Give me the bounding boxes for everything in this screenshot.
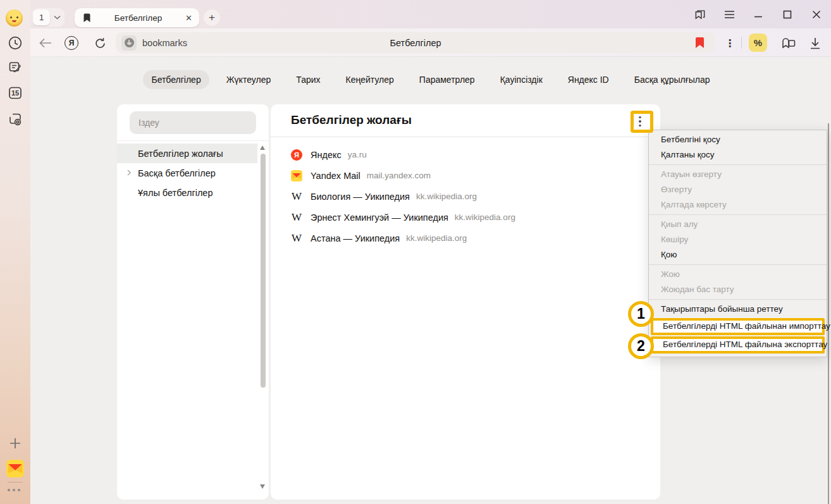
sidebar-scrollbar[interactable] — [260, 144, 266, 491]
annotation-step-2: 2 — [628, 333, 654, 359]
close-window-icon[interactable] — [811, 9, 822, 20]
menu-item-rename: Атауын өзгерту — [649, 167, 827, 182]
bookmark-row[interactable]: W Эрнест Хемингуэй — Уикипедия kk.wikipe… — [271, 207, 660, 228]
user-avatar[interactable] — [6, 9, 23, 27]
address-bar[interactable]: bookmarks Бетбелгілер — [116, 32, 715, 53]
context-menu: Бетбелгіні қосу Қалтаны қосу Атауын өзге… — [648, 130, 827, 357]
nav-tab-settings[interactable]: Параметрлер — [411, 70, 483, 89]
browser-toolbar: Я bookmarks Бетбелгілер ⋮ % — [30, 28, 831, 57]
bookmark-row[interactable]: W Биология — Уикипедия kk.wikipedia.org — [271, 186, 660, 207]
scroll-down-icon[interactable] — [260, 484, 265, 489]
chevron-down-icon[interactable] — [54, 15, 61, 20]
bookmarks-panel-icon[interactable] — [694, 9, 706, 20]
yandex-home-icon[interactable]: Я — [63, 35, 80, 51]
tab-title: Бетбелгілер — [91, 13, 185, 23]
toolbar-more-icon[interactable]: ⋮ — [722, 35, 738, 51]
page-scrollbar[interactable] — [828, 123, 829, 504]
panel-header: Бетбелгілер жолағы — [271, 104, 660, 137]
rail-add-icon[interactable] — [7, 435, 23, 452]
annotation-step-1: 1 — [628, 301, 654, 327]
menu-item-show-in-folder: Қалтада көрсету — [649, 197, 827, 212]
rail-divider — [8, 482, 23, 482]
ads-percent-icon[interactable]: % — [749, 34, 767, 52]
bookmark-saved-icon[interactable] — [696, 37, 704, 48]
search-input[interactable] — [130, 111, 256, 134]
menu-item-cut: Қиып алу — [649, 217, 827, 232]
folder-label: Ұялы бетбелгілер — [138, 188, 212, 198]
bookmark-title: Яндекс — [311, 150, 342, 160]
menu-item-delete: Жою — [649, 267, 827, 282]
tab-strip: 1 Бетбелгілер ✕ + — [30, 0, 831, 28]
bookmark-url: kk.wikipedia.org — [406, 233, 467, 243]
collections-icon[interactable] — [780, 35, 797, 51]
menu-item-add-bookmark[interactable]: Бетбелгіні қосу — [649, 132, 827, 147]
scroll-up-icon[interactable] — [260, 145, 265, 150]
bookmark-title: Yandex Mail — [311, 171, 360, 181]
toolbar-divider — [741, 37, 742, 49]
panel-title: Бетбелгілер жолағы — [291, 113, 412, 127]
menu-item-paste[interactable]: Қою — [649, 247, 827, 262]
nav-tab-other-devices[interactable]: Басқа құрылғылар — [626, 70, 718, 89]
new-tab-button[interactable]: + — [204, 9, 220, 26]
bookmarks-panel: Бетбелгілер жолағы Я Яндекс ya.ru Yandex… — [271, 104, 660, 500]
folder-item-bookmarks-bar[interactable]: Бетбелгілер жолағы — [117, 144, 257, 163]
wikipedia-favicon: W — [291, 233, 302, 244]
nav-tab-downloads[interactable]: Жүктеулер — [218, 70, 280, 89]
mail-favicon — [291, 170, 302, 181]
back-icon[interactable] — [37, 35, 54, 51]
bookmark-url: kk.wikipedia.org — [455, 212, 515, 222]
menu-item-edit: Өзгерту — [649, 182, 827, 197]
site-badge-icon[interactable] — [121, 35, 137, 51]
history-icon[interactable] — [7, 35, 23, 51]
nav-tab-bookmarks[interactable]: Бетбелгілер — [143, 70, 209, 89]
bookmark-title: Астана — Уикипедия — [311, 233, 400, 243]
bookmark-url: kk.wikipedia.org — [416, 192, 477, 201]
yandex-favicon: Я — [291, 149, 302, 161]
menu-item-export-html[interactable]: Бетбелгілерді HTML файлына экспорттау — [651, 336, 825, 353]
menu-item-import-html[interactable]: Бетбелгілерді HTML файлынан импорттау — [651, 318, 825, 335]
folders-panel: Бетбелгілер жолағы Басқа бетбелгілер Ұял… — [117, 104, 269, 500]
downloads-icon[interactable] — [807, 35, 823, 51]
notes-icon[interactable] — [7, 59, 23, 76]
nav-tab-history[interactable]: Тарих — [288, 70, 328, 89]
tab-counter[interactable]: 1 — [32, 8, 65, 27]
bookmark-row[interactable]: Yandex Mail mail.yandex.com — [271, 165, 660, 186]
nav-tab-extensions[interactable]: Кеңейтулер — [338, 70, 402, 89]
menu-item-sort-by-title[interactable]: Тақырыптары бойынша реттеу — [649, 302, 827, 317]
side-rail: 15 — [0, 0, 30, 504]
wikipedia-favicon: W — [291, 191, 302, 202]
nav-tab-security[interactable]: Қауіпсіздік — [492, 70, 551, 89]
folder-label: Бетбелгілер жолағы — [138, 149, 223, 159]
menu-item-add-folder[interactable]: Қалтаны қосу — [649, 147, 827, 163]
address-text[interactable]: bookmarks — [142, 38, 187, 48]
tab-count[interactable]: 1 — [33, 9, 50, 25]
folder-label: Басқа бетбелгілер — [138, 168, 216, 178]
bookmark-url: mail.yandex.com — [367, 171, 431, 180]
scroll-thumb[interactable] — [261, 154, 266, 388]
minimize-icon[interactable] — [753, 9, 764, 20]
reload-icon[interactable] — [92, 35, 108, 51]
screenshot-icon[interactable] — [7, 111, 23, 127]
chevron-right-icon[interactable] — [127, 169, 131, 176]
bookmark-title: Биология — Уикипедия — [311, 192, 410, 202]
annotation-highlight-kebab — [631, 111, 653, 133]
settings-nav: Бетбелгілер Жүктеулер Тарих Кеңейтулер П… — [30, 70, 831, 89]
tab-close-icon[interactable]: ✕ — [185, 14, 192, 22]
bookmark-row[interactable]: W Астана — Уикипедия kk.wikipedia.org — [271, 228, 660, 249]
bookmark-row[interactable]: Я Яндекс ya.ru — [271, 144, 660, 165]
browser-tab[interactable]: Бетбелгілер ✕ — [75, 8, 199, 27]
menu-icon[interactable] — [723, 9, 735, 20]
folder-item-mobile-bookmarks[interactable]: Ұялы бетбелгілер — [117, 183, 257, 202]
bookmark-tab-icon — [83, 13, 91, 23]
nav-tab-yandex-id[interactable]: Яндекс ID — [560, 70, 617, 89]
menu-item-copy: Көшіру — [649, 232, 827, 247]
rail-more-icon[interactable] — [8, 489, 20, 491]
page-title-center: Бетбелгілер — [116, 38, 715, 48]
folder-item-other-bookmarks[interactable]: Басқа бетбелгілер — [117, 163, 257, 183]
yandex-mail-app-icon[interactable] — [6, 460, 24, 477]
maximize-icon[interactable] — [782, 9, 793, 20]
sidebar-divider — [117, 140, 269, 141]
calendar-icon[interactable]: 15 — [7, 85, 23, 101]
wikipedia-favicon: W — [291, 212, 302, 223]
menu-item-undo-delete: Жоюдан бас тарту — [649, 282, 827, 297]
